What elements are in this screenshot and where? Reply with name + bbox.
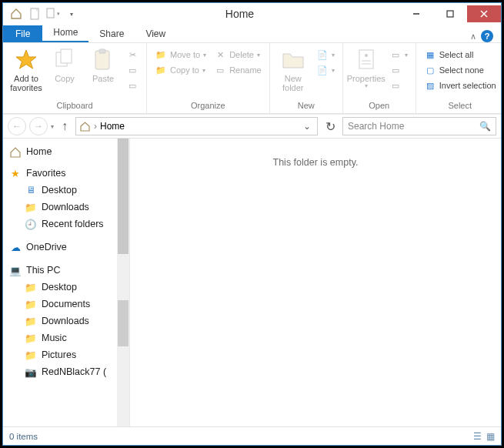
star-icon: ★ [9, 167, 22, 179]
easy-access-button: 📄▾ [313, 63, 338, 77]
invert-icon: ▨ [424, 79, 436, 92]
details-view-icon[interactable]: ☰ [473, 431, 482, 442]
rename-icon: ▭ [214, 64, 226, 76]
history-button: ▭ [386, 79, 411, 92]
pc-icon: 💻 [9, 264, 22, 276]
navigation-pane[interactable]: Home ★Favorites 🖥Desktop 📁Downloads 🕘Rec… [3, 139, 130, 426]
folder-icon: 📁 [25, 332, 37, 344]
qat-overflow[interactable]: ▾ [63, 5, 80, 22]
back-button[interactable]: ← [8, 117, 26, 135]
path-icon: ▭ [126, 64, 139, 76]
svg-rect-5 [61, 49, 72, 63]
folder-icon: 📁 [25, 281, 37, 293]
nav-scroll-thumb[interactable] [118, 139, 129, 254]
moveto-icon: 📁 [155, 48, 167, 61]
star-icon [14, 48, 38, 72]
breadcrumb-dropdown[interactable]: ⌄ [300, 121, 314, 132]
close-button[interactable] [467, 5, 501, 22]
paste-icon [91, 48, 115, 72]
tab-view[interactable]: View [135, 25, 176, 42]
home-icon [9, 145, 22, 158]
status-item-count: 0 items [9, 432, 38, 441]
titlebar: ▾ ▾ Home [3, 3, 501, 25]
status-bar: 0 items ☰ ▦ [3, 426, 501, 445]
tree-home[interactable]: Home [8, 143, 129, 160]
search-input[interactable]: Search Home 🔍 [342, 117, 496, 135]
tab-file[interactable]: File [3, 25, 42, 42]
delete-icon: ✕ [214, 48, 226, 61]
thumbnails-view-icon[interactable]: ▦ [486, 431, 495, 442]
copy-path-button: ▭ [123, 63, 142, 77]
group-organize: 📁Move to▾ 📁Copy to▾ ✕Delete▾ ▭Rename Org… [147, 43, 270, 113]
group-select: ▦Select all ▢Select none ▨Invert selecti… [416, 43, 504, 113]
recent-icon: 🕘 [25, 218, 37, 230]
svg-rect-7 [99, 49, 105, 53]
forward-button[interactable]: → [29, 117, 48, 135]
tree-pc-music[interactable]: 📁Music [8, 329, 129, 346]
add-to-favorites-button[interactable]: Add to favorites [8, 45, 45, 92]
ribbon-tabs: File Home Share View ∧ ? [3, 25, 501, 43]
tree-desktop[interactable]: 🖥Desktop [8, 182, 129, 199]
invert-selection-button[interactable]: ▨Invert selection [421, 79, 499, 92]
tree-pc-pictures[interactable]: 📁Pictures [8, 346, 129, 363]
svg-rect-3 [447, 11, 453, 17]
tree-downloads[interactable]: 📁Downloads [8, 199, 129, 216]
rename-button: ▭Rename [211, 63, 265, 77]
tree-thispc[interactable]: 💻This PC [8, 262, 129, 279]
svg-rect-6 [95, 51, 109, 69]
desktop-icon: 🖥 [25, 184, 37, 196]
nav-scroll-thumb2[interactable] [118, 300, 129, 346]
help-icon[interactable]: ? [481, 30, 493, 42]
open-button: ▭▾ [386, 48, 411, 62]
selectnone-icon: ▢ [424, 64, 436, 76]
paste-button: Paste [85, 45, 122, 83]
tree-pc-last[interactable]: 📷RedNBlack77 ( [8, 363, 129, 380]
tab-share[interactable]: Share [88, 25, 135, 42]
svg-rect-8 [359, 50, 373, 69]
select-all-button[interactable]: ▦Select all [421, 48, 499, 62]
breadcrumb[interactable]: › Home ⌄ [75, 117, 318, 135]
history-icon: ▭ [389, 79, 402, 92]
tree-onedrive[interactable]: ☁OneDrive [8, 239, 129, 256]
scissors-icon: ✂ [126, 48, 139, 61]
selectall-icon: ▦ [424, 48, 436, 61]
minimize-button[interactable] [399, 5, 433, 22]
group-new: New folder 📄▾ 📄▾ New [270, 43, 343, 113]
new-folder-button: New folder [275, 45, 312, 92]
paste-shortcut-button: ▭ [123, 79, 142, 92]
svg-rect-1 [47, 8, 54, 18]
tree-pc-documents[interactable]: 📁Documents [8, 296, 129, 313]
doc-icon[interactable] [26, 5, 43, 22]
copyto-icon: 📁 [155, 64, 167, 76]
maximize-button[interactable] [433, 5, 467, 22]
folder-icon: 📁 [25, 201, 37, 213]
copy-to-button: 📁Copy to▾ [152, 63, 209, 77]
collapse-ribbon-icon[interactable]: ∧ [470, 32, 476, 42]
svg-point-9 [365, 54, 368, 57]
breadcrumb-label: Home [100, 121, 125, 132]
properties-button: Properties▾ [348, 45, 385, 90]
tree-recent[interactable]: 🕘Recent folders [8, 216, 129, 232]
tab-home[interactable]: Home [42, 24, 88, 42]
search-placeholder: Search Home [348, 121, 404, 132]
edit-icon: ▭ [389, 64, 402, 76]
select-none-button[interactable]: ▢Select none [421, 63, 499, 77]
chevron-right-icon: › [94, 121, 97, 132]
cut-button: ✂ [123, 48, 142, 62]
ribbon: Add to favorites Copy Paste ✂ ▭ ▭ Clipbo… [3, 43, 501, 114]
copy-button: Copy [46, 45, 83, 83]
home-icon[interactable] [8, 5, 25, 22]
edit-button: ▭ [386, 63, 411, 77]
folder-icon [281, 48, 305, 72]
open-icon: ▭ [389, 48, 402, 61]
window-title: Home [80, 8, 399, 20]
tree-pc-desktop[interactable]: 📁Desktop [8, 279, 129, 296]
newitem-icon: 📄 [316, 48, 329, 61]
tree-pc-downloads[interactable]: 📁Downloads [8, 313, 129, 329]
nav-scrollbar[interactable] [117, 139, 129, 426]
history-dropdown[interactable]: ▾ [51, 123, 54, 130]
doc-dropdown-icon[interactable]: ▾ [45, 5, 62, 22]
up-button[interactable]: ↑ [57, 119, 72, 134]
refresh-button[interactable]: ↻ [321, 117, 339, 135]
tree-favorites[interactable]: ★Favorites [8, 165, 129, 182]
